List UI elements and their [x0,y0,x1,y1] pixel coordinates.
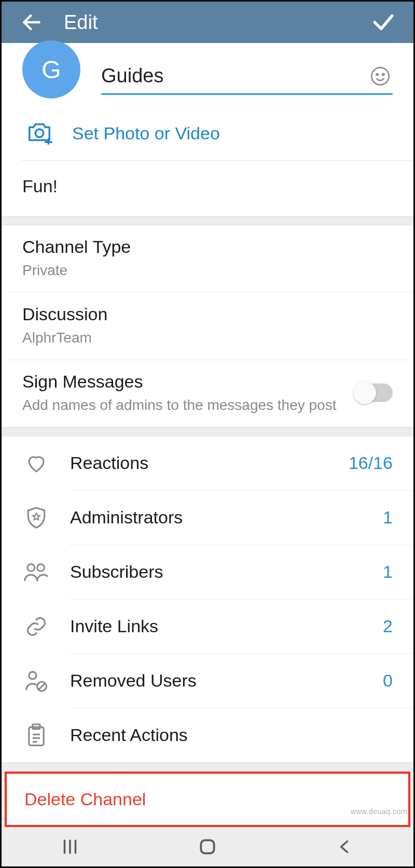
subscribers-row[interactable]: Subscribers 1 [2,545,413,599]
svg-point-2 [377,74,378,75]
chevron-left-icon [336,837,354,856]
list-label: Invite Links [70,616,383,636]
page-title: Edit [64,11,368,34]
removed-users-row[interactable]: Removed Users 0 [2,654,413,708]
svg-line-11 [38,683,45,689]
list-label: Recent Actions [70,725,393,745]
svg-point-4 [35,130,43,137]
back-button[interactable] [16,7,47,38]
setting-title: Discussion [22,304,393,324]
nav-back-button[interactable] [314,831,376,862]
system-navbar [2,827,413,866]
list-label: Reactions [70,453,349,473]
svg-rect-20 [201,840,214,853]
shield-star-icon [25,506,47,530]
delete-channel-button[interactable]: Delete Channel [5,772,410,827]
watermark: www.deuaq.com [351,807,407,816]
settings-block: Channel Type Private Discussion AlphrTea… [2,225,413,427]
invite-links-row[interactable]: Invite Links 2 [2,600,413,653]
setting-subtitle: Private [22,262,393,279]
people-icon [24,562,49,582]
sign-messages-toggle[interactable] [353,383,393,402]
list-value: 2 [383,616,393,636]
svg-rect-12 [29,727,44,745]
confirm-button[interactable] [368,7,399,38]
avatar[interactable]: G [22,40,80,98]
svg-point-8 [37,564,45,571]
sign-messages-row[interactable]: Sign Messages Add names of admins to the… [2,360,413,427]
profile-row: G [2,43,413,110]
list-value: 1 [383,562,393,582]
smiley-icon [370,66,391,87]
set-photo-button[interactable]: Set Photo or Video [2,110,413,160]
heart-icon [25,452,47,474]
section-gap [2,216,413,225]
list-label: Removed Users [70,671,383,691]
list-value: 16/16 [349,453,393,473]
emoji-button[interactable] [368,64,393,89]
nav-home-button[interactable] [176,831,239,862]
setting-title: Sign Messages [22,372,353,392]
svg-point-9 [29,672,36,679]
list-value: 0 [383,671,393,691]
management-block: Reactions 16/16 Administrators 1 Subscri… [2,436,413,762]
setting-subtitle: Add names of admins to the messages they… [22,397,353,414]
recent-icon [61,837,79,856]
svg-point-1 [371,67,389,84]
channel-type-row[interactable]: Channel Type Private [2,225,413,293]
name-input-wrap [101,59,393,95]
recent-actions-row[interactable]: Recent Actions [2,708,413,762]
administrators-row[interactable]: Administrators 1 [2,491,413,545]
svg-point-3 [382,74,384,75]
camera-plus-icon [26,122,52,145]
discussion-row[interactable]: Discussion AlphrTeam [2,293,413,360]
nav-recent-button[interactable] [39,831,101,862]
header: Edit [2,2,413,43]
clipboard-icon [26,723,47,747]
arrow-left-icon [20,11,43,34]
section-gap [2,762,413,772]
setting-title: Channel Type [22,237,393,257]
reactions-row[interactable]: Reactions 16/16 [2,436,413,490]
list-label: Administrators [70,507,383,528]
set-photo-label: Set Photo or Video [72,123,220,144]
check-icon [370,9,396,35]
channel-description[interactable]: Fun! [2,161,413,216]
section-gap [2,427,413,436]
channel-name-input[interactable] [101,65,368,87]
svg-point-7 [27,564,35,571]
list-label: Subscribers [70,562,383,582]
link-icon [25,615,48,638]
user-blocked-icon [24,670,48,692]
profile-block: G Set Photo or Video Fun! [2,43,413,216]
list-value: 1 [383,507,393,528]
setting-subtitle: AlphrTeam [22,330,393,346]
delete-channel-label: Delete Channel [24,789,391,809]
home-icon [198,837,217,857]
